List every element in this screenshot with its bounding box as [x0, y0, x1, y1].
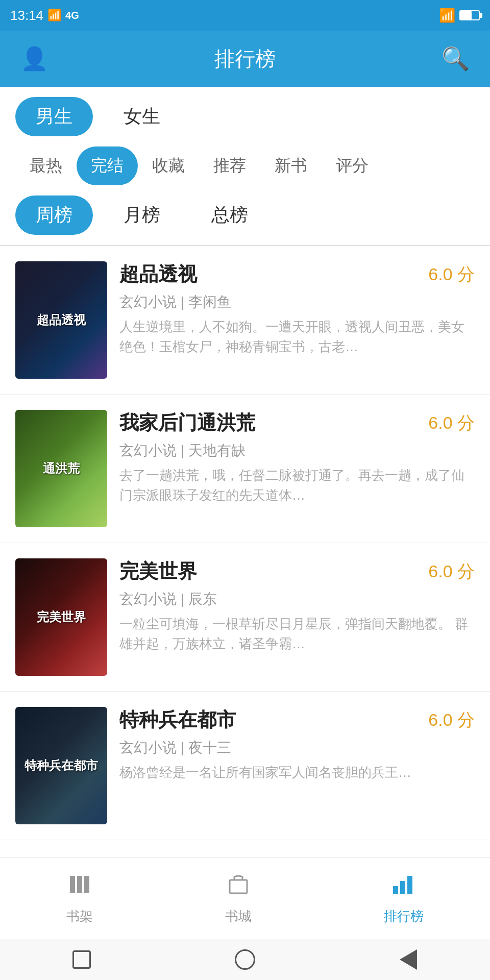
book-cover: 通洪荒: [15, 410, 107, 527]
book-score: 6.0 分: [428, 263, 475, 286]
book-meta: 玄幻小说 | 李闲鱼: [119, 292, 475, 312]
bottom-nav: 书架 书城 排行榜: [0, 857, 490, 939]
status-bar-right: 📶: [439, 8, 480, 23]
list-item[interactable]: 特种兵在都市 特种兵在都市 6.0 分 玄幻小说 | 夜十三 杨洛曾经是一名让所…: [0, 692, 490, 840]
list-item[interactable]: 通洪荒 我家后门通洪荒 6.0 分 玄幻小说 | 天地有缺 去了一趟洪荒，哦，任…: [0, 395, 490, 543]
book-header: 超品透视 6.0 分: [119, 261, 475, 287]
book-desc: 杨洛曾经是一名让所有国家军人闻名丧胆的兵王…: [119, 763, 475, 782]
cover-text: 通洪荒: [38, 455, 85, 481]
book-title: 超品透视: [119, 261, 197, 287]
sys-home-button[interactable]: [69, 947, 94, 972]
tab-completed[interactable]: 完结: [77, 146, 138, 185]
tab-newbook[interactable]: 新书: [260, 146, 322, 185]
book-title: 特种兵在都市: [119, 707, 236, 733]
bookshelf-icon: [67, 872, 92, 903]
book-score: 6.0 分: [428, 708, 475, 732]
tab-monthly[interactable]: 月榜: [103, 195, 181, 235]
list-item[interactable]: 超品透视 超品透视 6.0 分 玄幻小说 | 李闲鱼 人生逆境里，人不如狗。一遭…: [0, 246, 490, 395]
triangle-icon: [400, 949, 417, 970]
list-item[interactable]: 完美世界 完美世界 6.0 分 玄幻小说 | 辰东 一粒尘可填海，一根草斩尽日月…: [0, 543, 490, 692]
period-tabs: 周榜 月榜 总榜: [15, 195, 475, 245]
svg-rect-6: [407, 876, 412, 894]
status-bar-left: 13:14 📶 4G: [10, 8, 79, 23]
square-icon: [72, 950, 91, 969]
book-title: 完美世界: [119, 558, 197, 584]
book-score: 6.0 分: [428, 560, 475, 583]
book-desc: 一粒尘可填海，一根草斩尽日月星辰，弹指间天翻地覆。 群雄并起，万族林立，诸圣争霸…: [119, 614, 475, 654]
nav-label-ranking: 排行榜: [384, 908, 424, 925]
tab-recommend[interactable]: 推荐: [199, 146, 260, 185]
cover-text: 完美世界: [32, 604, 91, 630]
cover-text: 超品透视: [32, 307, 91, 333]
svg-rect-2: [84, 876, 89, 893]
cover-text: 特种兵在都市: [19, 752, 103, 778]
nav-label-bookshelf: 书架: [66, 908, 93, 925]
sys-back-button[interactable]: [232, 947, 258, 972]
book-info: 我家后门通洪荒 6.0 分 玄幻小说 | 天地有缺 去了一趟洪荒，哦，任督二脉被…: [119, 410, 475, 505]
signal-icon: 📶: [47, 9, 61, 22]
4g-icon: 4G: [65, 10, 79, 21]
gender-tabs: 男生 女生: [15, 97, 475, 136]
bookstore-icon: [226, 872, 251, 903]
tab-female[interactable]: 女生: [103, 97, 181, 136]
book-info: 特种兵在都市 6.0 分 玄幻小说 | 夜十三 杨洛曾经是一名让所有国家军人闻名…: [119, 707, 475, 782]
system-nav: [0, 939, 490, 980]
svg-rect-4: [393, 886, 398, 894]
tab-rating[interactable]: 评分: [322, 146, 383, 185]
filter-section: 男生 女生 最热 完结 收藏 推荐 新书 评分 周榜 月榜 总榜: [0, 87, 490, 245]
book-cover: 完美世界: [15, 558, 107, 676]
time-display: 13:14: [10, 8, 43, 23]
svg-rect-5: [400, 881, 405, 894]
book-meta: 玄幻小说 | 夜十三: [119, 738, 475, 757]
book-cover: 特种兵在都市: [15, 707, 107, 824]
category-tabs: 最热 完结 收藏 推荐 新书 评分: [15, 146, 475, 185]
book-meta: 玄幻小说 | 天地有缺: [119, 441, 475, 460]
book-score: 6.0 分: [428, 411, 475, 435]
svg-rect-0: [70, 876, 75, 893]
book-title: 我家后门通洪荒: [119, 410, 255, 436]
user-icon[interactable]: 👤: [20, 45, 48, 72]
tab-hot[interactable]: 最热: [15, 146, 77, 185]
svg-rect-1: [77, 876, 82, 893]
book-info: 超品透视 6.0 分 玄幻小说 | 李闲鱼 人生逆境里，人不如狗。一遭天开眼，透…: [119, 261, 475, 357]
nav-item-bookshelf[interactable]: 书架: [46, 867, 113, 930]
page-title: 排行榜: [214, 45, 276, 73]
nav-item-ranking[interactable]: 排行榜: [363, 867, 444, 930]
svg-rect-3: [230, 880, 247, 893]
tab-male[interactable]: 男生: [15, 97, 93, 136]
sys-recent-button[interactable]: [396, 947, 421, 972]
circle-icon: [235, 949, 255, 970]
book-header: 完美世界 6.0 分: [119, 558, 475, 584]
book-desc: 去了一趟洪荒，哦，任督二脉被打通了。再去一趟，成了仙门宗派眼珠子发红的先天道体…: [119, 465, 475, 505]
book-cover: 超品透视: [15, 261, 107, 379]
tab-weekly[interactable]: 周榜: [15, 195, 93, 235]
book-header: 我家后门通洪荒 6.0 分: [119, 410, 475, 436]
tab-collect[interactable]: 收藏: [138, 146, 199, 185]
tab-total[interactable]: 总榜: [191, 195, 268, 235]
battery-icon: [459, 10, 480, 20]
book-info: 完美世界 6.0 分 玄幻小说 | 辰东 一粒尘可填海，一根草斩尽日月星辰，弹指…: [119, 558, 475, 654]
book-list: 超品透视 超品透视 6.0 分 玄幻小说 | 李闲鱼 人生逆境里，人不如狗。一遭…: [0, 246, 490, 857]
search-icon[interactable]: 🔍: [442, 45, 470, 72]
status-bar: 13:14 📶 4G 📶: [0, 0, 490, 31]
wifi-icon: 📶: [439, 8, 455, 23]
ranking-icon: [391, 872, 416, 903]
book-meta: 玄幻小说 | 辰东: [119, 590, 475, 609]
nav-item-bookstore[interactable]: 书城: [205, 867, 272, 930]
nav-label-bookstore: 书城: [225, 908, 252, 925]
nav-bar: 👤 排行榜 🔍: [0, 31, 490, 87]
book-header: 特种兵在都市 6.0 分: [119, 707, 475, 733]
book-desc: 人生逆境里，人不如狗。一遭天开眼，透视人间丑恶，美女绝色！玉棺女尸，神秘青铜宝书…: [119, 317, 475, 357]
